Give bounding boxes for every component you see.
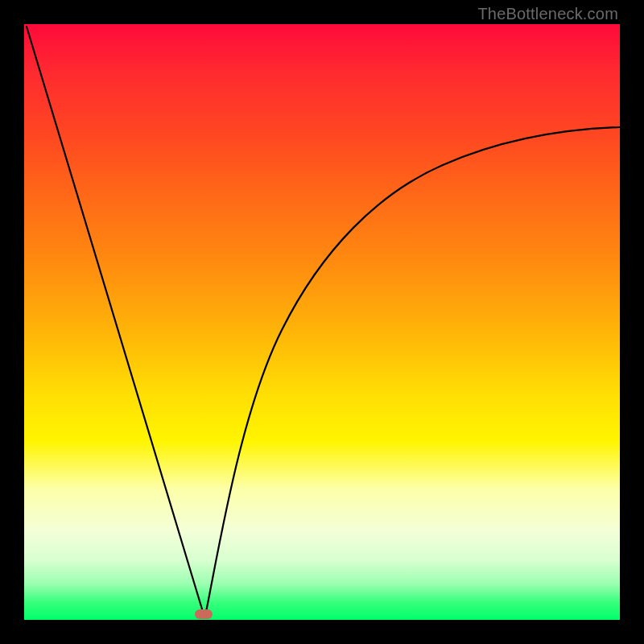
bottleneck-curve [24,24,620,620]
curve-left-branch [27,27,203,612]
watermark-text: TheBottleneck.com [477,5,618,23]
curve-right-branch [206,127,620,612]
minimum-marker [195,609,213,619]
